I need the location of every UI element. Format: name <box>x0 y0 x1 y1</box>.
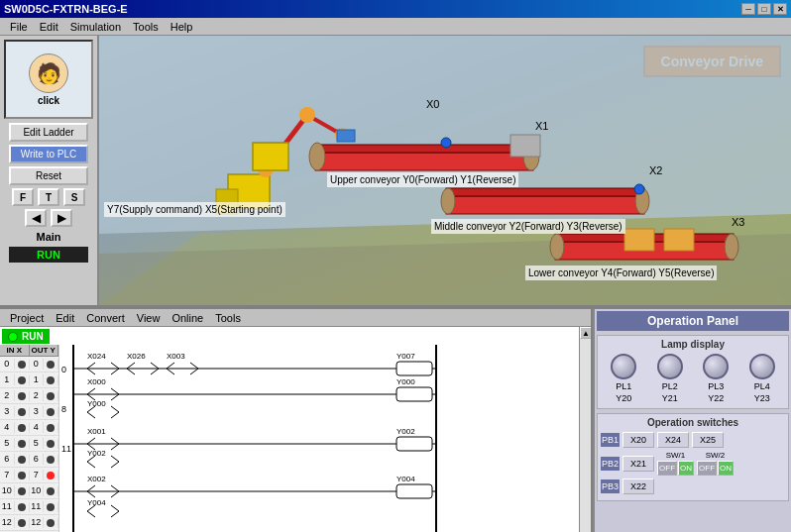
io-header: IN X OUT Y <box>0 345 58 357</box>
close-button[interactable]: ✕ <box>773 3 787 15</box>
edit-ladder-button[interactable]: Edit Ladder <box>9 123 88 142</box>
svg-text:X003: X003 <box>167 352 185 361</box>
svg-line-60 <box>111 388 119 394</box>
svg-rect-76 <box>396 437 432 451</box>
svg-line-84 <box>87 485 95 491</box>
svg-rect-11 <box>253 143 288 170</box>
sw2-on-button[interactable]: ON <box>718 461 734 476</box>
svg-text:X3: X3 <box>732 216 744 228</box>
lower-conveyor-label: Lower conveyor Y4(Forward) Y5(Reverse) <box>525 266 717 280</box>
play-buttons: ◀ ▶ <box>0 209 97 227</box>
ladder-menu-view[interactable]: View <box>131 311 167 325</box>
app-title: SW0D5C-FXTRN-BEG-E <box>4 3 741 15</box>
in-col-header: IN X <box>0 345 30 356</box>
io-row: 1010 <box>0 483 58 499</box>
io-row: 1212 <box>0 515 58 531</box>
sw2-off-button[interactable]: OFF <box>697 461 717 476</box>
io-row: 22 <box>0 388 58 404</box>
sw1-on-button[interactable]: ON <box>678 461 694 476</box>
maximize-button[interactable]: □ <box>757 3 771 15</box>
svg-line-81 <box>111 462 119 468</box>
ladder-menu-convert[interactable]: Convert <box>80 311 131 325</box>
bottom-area: Project Edit Convert View Online Tools R… <box>0 309 791 532</box>
lamp-pl4-addr: Y23 <box>754 393 770 403</box>
pb1-label: PB1 <box>601 433 620 447</box>
upper-conveyor-label: Upper conveyor Y0(Forward) Y1(Reverse) <box>327 172 518 187</box>
operation-panel: Operation Panel Lamp display PL1 Y20 PL2… <box>593 309 791 532</box>
lamp-pl2-addr: Y21 <box>662 393 678 403</box>
menu-edit[interactable]: Edit <box>34 20 64 34</box>
svg-text:X001: X001 <box>87 427 106 436</box>
ladder-menu-project[interactable]: Project <box>4 311 50 325</box>
speed-s-button[interactable]: S <box>63 188 85 206</box>
minimize-button[interactable]: ─ <box>741 3 755 15</box>
x21-button[interactable]: X21 <box>622 456 654 472</box>
x20-button[interactable]: X20 <box>622 432 654 448</box>
click-label: click <box>38 95 59 106</box>
lamp-pl2-label: PL2 <box>662 381 678 391</box>
svg-line-41 <box>87 369 95 374</box>
speed-t-button[interactable]: T <box>38 188 59 206</box>
run-dot <box>8 332 18 342</box>
avatar-box: 🧑 click <box>4 40 93 119</box>
sw1-off-button[interactable]: OFF <box>657 461 677 476</box>
svg-text:Y000: Y000 <box>396 377 415 386</box>
robot-label: Y7(Supply command) X5(Starting point) <box>104 202 285 217</box>
switch-section-title: Operation switches <box>601 417 785 428</box>
svg-text:Y007: Y007 <box>396 352 415 361</box>
menu-help[interactable]: Help <box>165 20 199 34</box>
menu-file[interactable]: File <box>4 20 34 34</box>
svg-text:X024: X024 <box>87 352 106 361</box>
menu-tools[interactable]: Tools <box>127 20 165 34</box>
ladder-scrollbar[interactable]: ▲ ▼ <box>579 327 591 532</box>
lamp-pl2: PL2 Y21 <box>657 354 683 403</box>
write-to-plc-button[interactable]: Write to PLC <box>9 145 88 163</box>
reset-button[interactable]: Reset <box>9 166 88 185</box>
x24-button[interactable]: X24 <box>657 432 689 448</box>
run-badge: RUN <box>9 247 88 263</box>
svg-text:X000: X000 <box>87 377 106 386</box>
svg-line-86 <box>111 485 119 491</box>
svg-text:X1: X1 <box>535 120 548 132</box>
lamp-display-title: Lamp display <box>601 339 785 350</box>
sw2-toggle: OFF ON <box>697 461 734 476</box>
switch-section: Operation switches PB1 X20 X24 X25 PB2 X… <box>597 413 789 501</box>
menu-simulation[interactable]: Simulation <box>64 20 127 34</box>
ladder-menu: Project Edit Convert View Online Tools <box>0 309 591 327</box>
svg-rect-33 <box>664 229 694 251</box>
io-row: 44 <box>0 420 58 436</box>
io-row: 11 <box>0 372 58 388</box>
ladder-menu-edit[interactable]: Edit <box>50 311 80 325</box>
io-row: 77 <box>0 468 58 483</box>
svg-text:8: 8 <box>61 404 66 414</box>
lamp-pl4: PL4 Y23 <box>749 354 775 403</box>
switch-row-pb1: PB1 X20 X24 X25 <box>601 432 785 448</box>
rewind-button[interactable]: ◀ <box>25 209 47 227</box>
ladder-menu-tools[interactable]: Tools <box>209 311 247 325</box>
lamp-pl4-circle <box>749 354 775 379</box>
svg-text:Y000: Y000 <box>87 399 106 408</box>
x25-button[interactable]: X25 <box>692 432 724 448</box>
x22-button[interactable]: X22 <box>622 479 654 494</box>
run-text: RUN <box>22 331 44 342</box>
svg-point-15 <box>309 143 325 170</box>
svg-line-52 <box>190 363 198 369</box>
io-row: 1111 <box>0 499 58 515</box>
sw2-toggle-group: SW/2 OFF ON <box>697 451 734 476</box>
play-button[interactable]: ▶ <box>51 209 72 227</box>
svg-text:Y004: Y004 <box>87 498 106 507</box>
ladder-menu-online[interactable]: Online <box>166 311 209 325</box>
menu-bar: File Edit Simulation Tools Help <box>0 18 791 36</box>
speed-f-button[interactable]: F <box>12 188 34 206</box>
svg-point-23 <box>441 188 455 214</box>
lamp-pl3-addr: Y22 <box>708 393 724 403</box>
scroll-up-button[interactable]: ▲ <box>580 327 591 339</box>
svg-point-8 <box>299 107 315 123</box>
svg-line-74 <box>111 444 119 450</box>
svg-line-51 <box>167 369 174 374</box>
sw2-label: SW/2 <box>706 451 726 460</box>
lamp-pl1-label: PL1 <box>616 381 631 391</box>
svg-text:X002: X002 <box>87 475 106 483</box>
run-indicator: RUN <box>2 329 50 344</box>
svg-rect-14 <box>315 145 533 153</box>
